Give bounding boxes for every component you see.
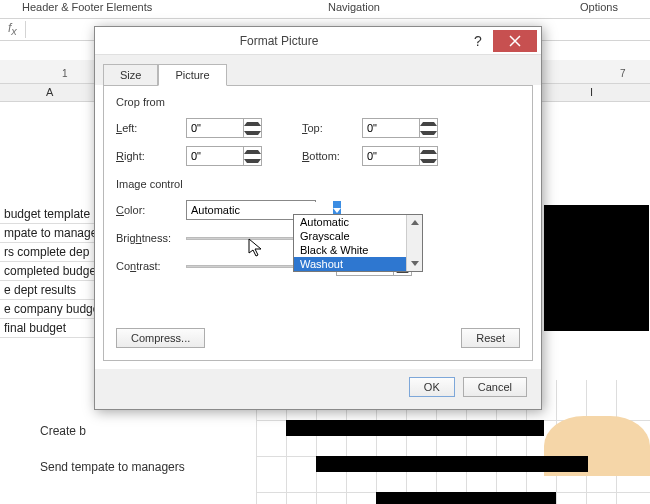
top-label: Top: [302,122,362,134]
format-picture-dialog: Format Picture ? Size Picture Crop from … [94,26,542,410]
color-option-automatic[interactable]: Automatic [294,215,422,229]
close-button[interactable] [493,30,537,52]
spin-down-icon[interactable] [420,128,437,137]
crop-bottom-field[interactable] [362,146,438,166]
crop-from-label: Crop from [116,96,520,108]
gantt-bar [286,420,544,436]
chart-block [544,205,649,331]
fx-icon[interactable]: fx [0,21,26,37]
reset-button[interactable]: Reset [461,328,520,348]
color-option-washout[interactable]: Washout [294,257,422,271]
compress-button[interactable]: Compress... [116,328,205,348]
chart-label: Create b [40,424,86,438]
spin-down-icon[interactable] [244,128,261,137]
scroll-down-icon[interactable] [407,256,422,271]
crop-top-input[interactable] [363,120,419,136]
crop-right-field[interactable] [186,146,262,166]
dialog-title: Format Picture [95,34,463,48]
crop-right-input[interactable] [187,148,243,164]
right-label: Right: [116,150,186,162]
chevron-down-icon [333,208,341,213]
gantt-bar [376,492,556,504]
crop-left-field[interactable] [186,118,262,138]
color-option-black-white[interactable]: Black & White [294,243,422,257]
bottom-label: Bottom: [302,150,362,162]
image-control-label: Image control [116,178,520,190]
close-icon [493,30,537,52]
brightness-label: Brightness: [116,232,186,244]
dialog-titlebar[interactable]: Format Picture ? [95,27,541,55]
tab-size[interactable]: Size [103,64,158,86]
scroll-up-icon[interactable] [407,215,422,230]
contrast-label: Contrast: [116,260,186,272]
ribbon-groups: Header & Footer Elements Navigation Opti… [0,0,650,19]
color-label: Color: [116,204,186,216]
gantt-bar [316,456,588,472]
dropdown-scrollbar[interactable] [406,215,422,271]
cancel-button[interactable]: Cancel [463,377,527,397]
spin-down-icon[interactable] [420,156,437,165]
spin-up-icon[interactable] [420,147,437,156]
spin-up-icon[interactable] [244,119,261,128]
spin-up-icon[interactable] [420,119,437,128]
left-label: Left: [116,122,186,134]
crop-top-field[interactable] [362,118,438,138]
crop-left-input[interactable] [187,120,243,136]
help-button[interactable]: ? [463,33,493,49]
spin-down-icon[interactable] [244,156,261,165]
color-option-grayscale[interactable]: Grayscale [294,229,422,243]
spin-up-icon[interactable] [244,147,261,156]
ok-button[interactable]: OK [409,377,455,397]
chart-label: Send tempate to managers [40,460,185,474]
crop-bottom-input[interactable] [363,148,419,164]
tab-picture[interactable]: Picture [158,64,226,86]
color-dropdown-list[interactable]: Automatic Grayscale Black & White Washou… [293,214,423,272]
